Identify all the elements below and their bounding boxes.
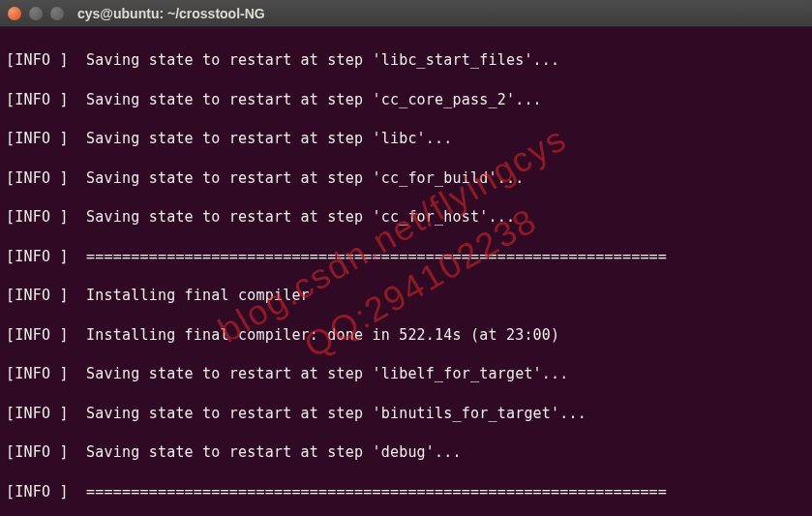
close-icon[interactable]: [8, 7, 21, 20]
minimize-icon[interactable]: [29, 7, 43, 20]
window-title: cys@ubuntu: ~/crosstool-NG: [77, 6, 265, 21]
terminal-line: [INFO ] ================================…: [6, 482, 806, 501]
terminal-line: [INFO ] Saving state to restart at step …: [6, 442, 806, 462]
terminal-line: [INFO ] Saving state to restart at step …: [6, 90, 806, 109]
maximize-icon[interactable]: [50, 7, 64, 20]
window-controls: [8, 7, 64, 20]
terminal-line: [INFO ] Saving state to restart at step …: [6, 168, 806, 188]
terminal-output[interactable]: [INFO ] Saving state to restart at step …: [0, 27, 812, 516]
titlebar: cys@ubuntu: ~/crosstool-NG: [0, 0, 812, 27]
terminal-line: [INFO ] ================================…: [6, 247, 806, 266]
terminal-line: [INFO ] Saving state to restart at step …: [6, 207, 806, 227]
terminal-line: [INFO ] Saving state to restart at step …: [6, 364, 806, 383]
terminal-line: [INFO ] Saving state to restart at step …: [6, 129, 806, 148]
terminal-line: [INFO ] Saving state to restart at step …: [6, 404, 806, 423]
terminal-line: [INFO ] Saving state to restart at step …: [6, 50, 806, 70]
terminal-line: [INFO ] Installing final compiler: [6, 286, 806, 305]
terminal-line: [INFO ] Installing final compiler: done …: [6, 325, 806, 345]
